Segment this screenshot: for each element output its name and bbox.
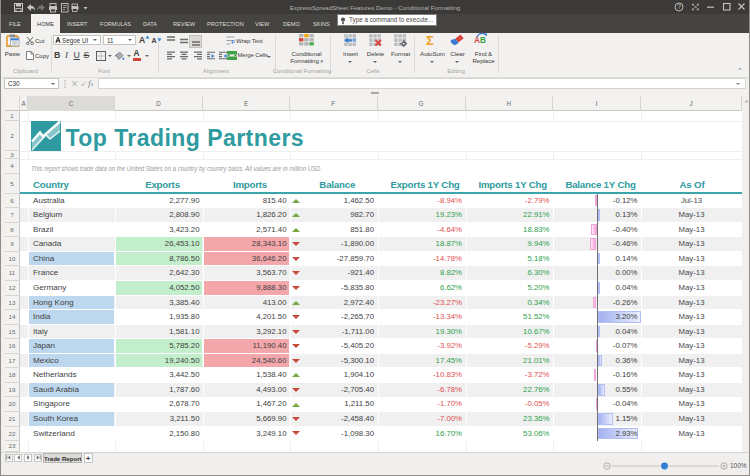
- svg-text:?: ?: [677, 3, 681, 10]
